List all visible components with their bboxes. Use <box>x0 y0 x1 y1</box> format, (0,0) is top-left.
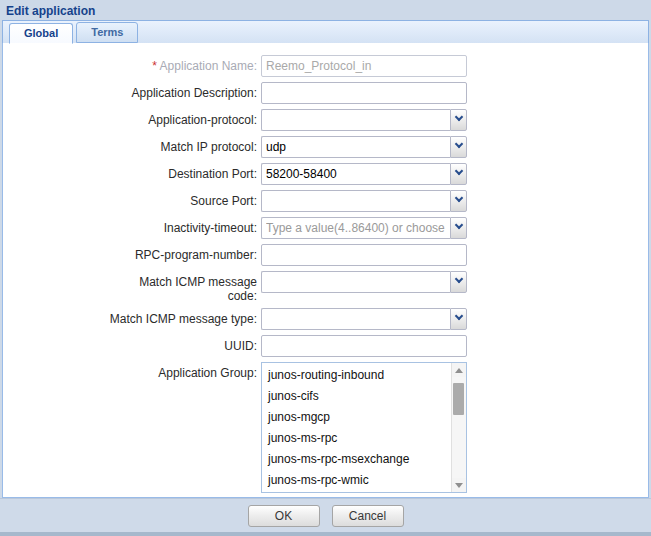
window-title: Edit application <box>0 0 651 20</box>
form-row-uuid: UUID: <box>3 335 648 357</box>
chevron-down-icon <box>454 140 462 148</box>
form-row-source-port: Source Port: <box>3 190 648 212</box>
application-protocol-input[interactable] <box>261 109 450 131</box>
chevron-down-icon <box>454 312 462 320</box>
source-port-trigger[interactable] <box>450 190 467 212</box>
chevron-down-icon <box>454 194 462 202</box>
match-icmp-message-code-combo <box>261 271 467 293</box>
match-ip-protocol-combo <box>261 136 467 158</box>
destination-port-label: Destination Port: <box>109 163 261 181</box>
source-port-combo <box>261 190 467 212</box>
form-row-match-ip-protocol: Match IP protocol: <box>3 136 648 158</box>
match-icmp-message-code-input[interactable] <box>261 271 450 293</box>
application-description-input[interactable] <box>261 82 467 104</box>
cancel-button[interactable]: Cancel <box>332 505 404 527</box>
list-item[interactable]: junos-ms-rpc-wmic <box>262 470 451 491</box>
form-row-inactivity-timeout: Inactivity-timeout: <box>3 217 648 239</box>
list-item[interactable]: junos-cifs <box>262 386 451 407</box>
chevron-down-icon <box>454 113 462 121</box>
match-icmp-message-type-input[interactable] <box>261 308 450 330</box>
destination-port-trigger[interactable] <box>450 163 467 185</box>
destination-port-input[interactable] <box>261 163 450 185</box>
required-asterisk: * <box>152 59 157 73</box>
scroll-down-icon[interactable] <box>452 478 466 492</box>
source-port-input[interactable] <box>261 190 450 212</box>
uuid-input[interactable] <box>261 335 467 357</box>
edit-application-window: Edit application Global Terms * Applicat… <box>0 0 651 536</box>
match-icmp-message-type-combo <box>261 308 467 330</box>
match-icmp-message-type-label: Match ICMP message type: <box>109 308 261 326</box>
match-ip-protocol-trigger[interactable] <box>450 136 467 158</box>
list-item[interactable]: junos-routing-inbound <box>262 365 451 386</box>
match-icmp-message-type-trigger[interactable] <box>450 308 467 330</box>
window-bottom-edge <box>0 532 651 536</box>
scrollbar-thumb[interactable] <box>453 383 464 415</box>
footer-toolbar: OK Cancel <box>0 498 651 532</box>
application-name-label-text: Application Name: <box>160 59 257 73</box>
chevron-down-icon <box>454 221 462 229</box>
tab-terms[interactable]: Terms <box>76 22 138 43</box>
form-row-application-group: Application Group: junos-routing-inbound… <box>3 362 648 493</box>
list-item[interactable]: junos-mgcp <box>262 407 451 428</box>
list-item[interactable]: junos-ms-rpc-msexchange <box>262 449 451 470</box>
scrollbar-track[interactable] <box>452 377 466 478</box>
rpc-program-number-label: RPC-program-number: <box>109 244 261 262</box>
application-group-listbox[interactable]: junos-routing-inbound junos-cifs junos-m… <box>261 362 467 493</box>
match-icmp-message-code-trigger[interactable] <box>450 271 467 293</box>
global-tab-panel: * Application Name: Application Descript… <box>2 43 649 498</box>
tab-global[interactable]: Global <box>9 23 73 44</box>
application-description-label: Application Description: <box>109 82 261 100</box>
match-ip-protocol-label: Match IP protocol: <box>109 136 261 154</box>
form-row-application-description: Application Description: <box>3 82 648 104</box>
inactivity-timeout-input[interactable] <box>261 217 450 239</box>
application-name-label: * Application Name: <box>109 55 261 73</box>
uuid-label: UUID: <box>109 335 261 353</box>
application-protocol-combo <box>261 109 467 131</box>
rpc-program-number-input[interactable] <box>261 244 467 266</box>
chevron-down-icon <box>454 167 462 175</box>
form-row-rpc-program-number: RPC-program-number: <box>3 244 648 266</box>
source-port-label: Source Port: <box>109 190 261 208</box>
form-row-match-icmp-message-code: Match ICMP message code: <box>3 271 648 303</box>
tab-bar: Global Terms <box>2 20 649 44</box>
list-item[interactable]: junos-ms-rpc <box>262 428 451 449</box>
destination-port-combo <box>261 163 467 185</box>
inactivity-timeout-combo <box>261 217 467 239</box>
application-group-items: junos-routing-inbound junos-cifs junos-m… <box>262 363 451 492</box>
match-icmp-message-code-label: Match ICMP message code: <box>139 271 261 303</box>
inactivity-timeout-label: Inactivity-timeout: <box>109 217 261 235</box>
match-ip-protocol-input[interactable] <box>261 136 450 158</box>
form-row-application-name: * Application Name: <box>3 55 648 77</box>
ok-button[interactable]: OK <box>248 505 320 527</box>
inactivity-timeout-trigger[interactable] <box>450 217 467 239</box>
form-row-match-icmp-message-type: Match ICMP message type: <box>3 308 648 330</box>
application-group-label: Application Group: <box>109 362 261 380</box>
form-row-destination-port: Destination Port: <box>3 163 648 185</box>
form-row-application-protocol: Application-protocol: <box>3 109 648 131</box>
scroll-up-icon[interactable] <box>452 363 466 377</box>
application-name-input <box>261 55 467 77</box>
listbox-scrollbar[interactable] <box>451 363 466 492</box>
chevron-down-icon <box>454 275 462 283</box>
application-protocol-label: Application-protocol: <box>109 109 261 127</box>
application-protocol-trigger[interactable] <box>450 109 467 131</box>
